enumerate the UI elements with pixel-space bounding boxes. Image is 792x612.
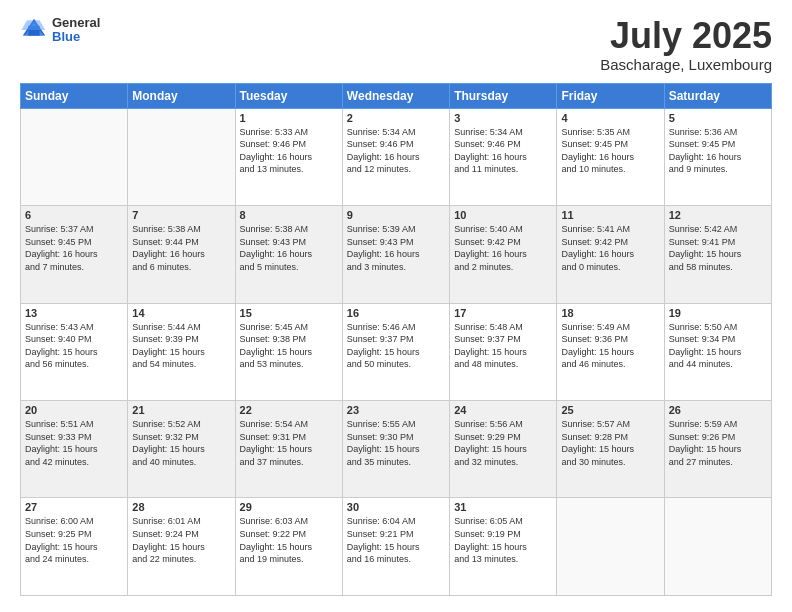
calendar-day-header: Monday: [128, 83, 235, 108]
calendar-day-cell: 2Sunrise: 5:34 AM Sunset: 9:46 PM Daylig…: [342, 108, 449, 205]
day-info: Sunrise: 5:35 AM Sunset: 9:45 PM Dayligh…: [561, 126, 659, 176]
calendar-day-header: Thursday: [450, 83, 557, 108]
day-number: 8: [240, 209, 338, 221]
calendar-day-cell: 9Sunrise: 5:39 AM Sunset: 9:43 PM Daylig…: [342, 206, 449, 303]
day-info: Sunrise: 5:51 AM Sunset: 9:33 PM Dayligh…: [25, 418, 123, 468]
day-number: 24: [454, 404, 552, 416]
day-info: Sunrise: 5:55 AM Sunset: 9:30 PM Dayligh…: [347, 418, 445, 468]
day-number: 7: [132, 209, 230, 221]
calendar-day-cell: 18Sunrise: 5:49 AM Sunset: 9:36 PM Dayli…: [557, 303, 664, 400]
logo-general: General: [52, 16, 100, 30]
calendar-day-header: Saturday: [664, 83, 771, 108]
day-info: Sunrise: 5:50 AM Sunset: 9:34 PM Dayligh…: [669, 321, 767, 371]
day-number: 11: [561, 209, 659, 221]
calendar-day-header: Friday: [557, 83, 664, 108]
day-info: Sunrise: 6:00 AM Sunset: 9:25 PM Dayligh…: [25, 515, 123, 565]
day-number: 9: [347, 209, 445, 221]
day-number: 14: [132, 307, 230, 319]
day-number: 28: [132, 501, 230, 513]
calendar-day-cell: [128, 108, 235, 205]
logo-icon: [20, 16, 48, 44]
day-number: 30: [347, 501, 445, 513]
day-info: Sunrise: 5:37 AM Sunset: 9:45 PM Dayligh…: [25, 223, 123, 273]
day-number: 10: [454, 209, 552, 221]
calendar-day-cell: 19Sunrise: 5:50 AM Sunset: 9:34 PM Dayli…: [664, 303, 771, 400]
day-number: 3: [454, 112, 552, 124]
day-info: Sunrise: 5:38 AM Sunset: 9:43 PM Dayligh…: [240, 223, 338, 273]
calendar-day-cell: 6Sunrise: 5:37 AM Sunset: 9:45 PM Daylig…: [21, 206, 128, 303]
day-number: 12: [669, 209, 767, 221]
page: General Blue July 2025 Bascharage, Luxem…: [0, 0, 792, 612]
calendar-day-cell: 21Sunrise: 5:52 AM Sunset: 9:32 PM Dayli…: [128, 401, 235, 498]
day-number: 19: [669, 307, 767, 319]
calendar-day-cell: 11Sunrise: 5:41 AM Sunset: 9:42 PM Dayli…: [557, 206, 664, 303]
calendar-day-header: Wednesday: [342, 83, 449, 108]
day-number: 6: [25, 209, 123, 221]
day-info: Sunrise: 5:57 AM Sunset: 9:28 PM Dayligh…: [561, 418, 659, 468]
calendar-day-cell: 23Sunrise: 5:55 AM Sunset: 9:30 PM Dayli…: [342, 401, 449, 498]
calendar-header-row: SundayMondayTuesdayWednesdayThursdayFrid…: [21, 83, 772, 108]
day-info: Sunrise: 5:56 AM Sunset: 9:29 PM Dayligh…: [454, 418, 552, 468]
day-info: Sunrise: 5:38 AM Sunset: 9:44 PM Dayligh…: [132, 223, 230, 273]
day-number: 4: [561, 112, 659, 124]
day-info: Sunrise: 5:39 AM Sunset: 9:43 PM Dayligh…: [347, 223, 445, 273]
calendar-day-cell: 3Sunrise: 5:34 AM Sunset: 9:46 PM Daylig…: [450, 108, 557, 205]
day-info: Sunrise: 5:49 AM Sunset: 9:36 PM Dayligh…: [561, 321, 659, 371]
calendar-day-header: Tuesday: [235, 83, 342, 108]
calendar-day-cell: 31Sunrise: 6:05 AM Sunset: 9:19 PM Dayli…: [450, 498, 557, 596]
day-info: Sunrise: 5:43 AM Sunset: 9:40 PM Dayligh…: [25, 321, 123, 371]
calendar-day-cell: 25Sunrise: 5:57 AM Sunset: 9:28 PM Dayli…: [557, 401, 664, 498]
calendar-day-cell: 10Sunrise: 5:40 AM Sunset: 9:42 PM Dayli…: [450, 206, 557, 303]
calendar-day-cell: 14Sunrise: 5:44 AM Sunset: 9:39 PM Dayli…: [128, 303, 235, 400]
day-number: 27: [25, 501, 123, 513]
calendar-day-cell: 5Sunrise: 5:36 AM Sunset: 9:45 PM Daylig…: [664, 108, 771, 205]
day-info: Sunrise: 5:44 AM Sunset: 9:39 PM Dayligh…: [132, 321, 230, 371]
day-info: Sunrise: 5:34 AM Sunset: 9:46 PM Dayligh…: [347, 126, 445, 176]
day-info: Sunrise: 5:45 AM Sunset: 9:38 PM Dayligh…: [240, 321, 338, 371]
day-info: Sunrise: 5:40 AM Sunset: 9:42 PM Dayligh…: [454, 223, 552, 273]
day-number: 17: [454, 307, 552, 319]
day-number: 21: [132, 404, 230, 416]
calendar-day-cell: 15Sunrise: 5:45 AM Sunset: 9:38 PM Dayli…: [235, 303, 342, 400]
day-info: Sunrise: 5:52 AM Sunset: 9:32 PM Dayligh…: [132, 418, 230, 468]
calendar-day-cell: 28Sunrise: 6:01 AM Sunset: 9:24 PM Dayli…: [128, 498, 235, 596]
calendar-table: SundayMondayTuesdayWednesdayThursdayFrid…: [20, 83, 772, 596]
calendar-week-row: 1Sunrise: 5:33 AM Sunset: 9:46 PM Daylig…: [21, 108, 772, 205]
day-number: 16: [347, 307, 445, 319]
day-info: Sunrise: 5:54 AM Sunset: 9:31 PM Dayligh…: [240, 418, 338, 468]
day-number: 20: [25, 404, 123, 416]
day-info: Sunrise: 5:36 AM Sunset: 9:45 PM Dayligh…: [669, 126, 767, 176]
day-number: 25: [561, 404, 659, 416]
day-number: 5: [669, 112, 767, 124]
day-info: Sunrise: 6:04 AM Sunset: 9:21 PM Dayligh…: [347, 515, 445, 565]
calendar-day-cell: [21, 108, 128, 205]
day-number: 31: [454, 501, 552, 513]
calendar-week-row: 20Sunrise: 5:51 AM Sunset: 9:33 PM Dayli…: [21, 401, 772, 498]
calendar-day-cell: 13Sunrise: 5:43 AM Sunset: 9:40 PM Dayli…: [21, 303, 128, 400]
logo-text: General Blue: [52, 16, 100, 45]
calendar-day-cell: [557, 498, 664, 596]
day-info: Sunrise: 5:46 AM Sunset: 9:37 PM Dayligh…: [347, 321, 445, 371]
calendar-day-cell: [664, 498, 771, 596]
day-number: 22: [240, 404, 338, 416]
svg-marker-3: [21, 20, 45, 30]
calendar-day-cell: 7Sunrise: 5:38 AM Sunset: 9:44 PM Daylig…: [128, 206, 235, 303]
day-number: 13: [25, 307, 123, 319]
day-number: 1: [240, 112, 338, 124]
day-number: 15: [240, 307, 338, 319]
day-number: 2: [347, 112, 445, 124]
calendar-day-cell: 24Sunrise: 5:56 AM Sunset: 9:29 PM Dayli…: [450, 401, 557, 498]
title-block: July 2025 Bascharage, Luxembourg: [600, 16, 772, 73]
calendar-day-cell: 16Sunrise: 5:46 AM Sunset: 9:37 PM Dayli…: [342, 303, 449, 400]
day-info: Sunrise: 5:59 AM Sunset: 9:26 PM Dayligh…: [669, 418, 767, 468]
logo: General Blue: [20, 16, 100, 45]
calendar-day-header: Sunday: [21, 83, 128, 108]
calendar-day-cell: 12Sunrise: 5:42 AM Sunset: 9:41 PM Dayli…: [664, 206, 771, 303]
calendar-week-row: 13Sunrise: 5:43 AM Sunset: 9:40 PM Dayli…: [21, 303, 772, 400]
day-info: Sunrise: 5:48 AM Sunset: 9:37 PM Dayligh…: [454, 321, 552, 371]
day-info: Sunrise: 5:41 AM Sunset: 9:42 PM Dayligh…: [561, 223, 659, 273]
month-title: July 2025: [600, 16, 772, 56]
calendar-day-cell: 26Sunrise: 5:59 AM Sunset: 9:26 PM Dayli…: [664, 401, 771, 498]
day-number: 23: [347, 404, 445, 416]
day-info: Sunrise: 6:03 AM Sunset: 9:22 PM Dayligh…: [240, 515, 338, 565]
